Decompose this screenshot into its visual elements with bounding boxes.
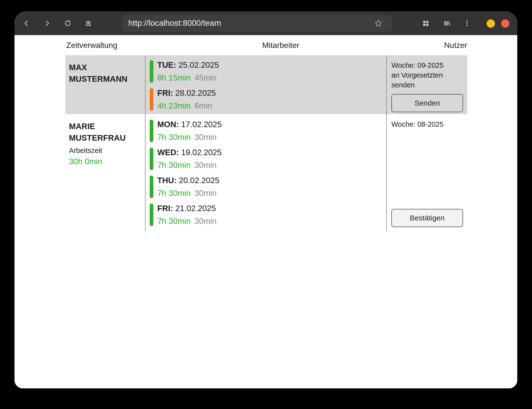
employee-name: MAX MUSTERMANN xyxy=(65,55,145,116)
new-tab-icon[interactable] xyxy=(84,19,92,27)
week-panel: Woche: 09-2025 an Vorgesetzten senden Se… xyxy=(386,55,467,116)
nav-item-nutzer[interactable]: Nutzer xyxy=(444,41,467,50)
back-icon[interactable] xyxy=(23,19,30,27)
status-bar-orange xyxy=(150,88,153,111)
bestaetigen-button[interactable]: Bestätigen xyxy=(391,209,463,227)
time-entries: TUE: 25.02.2025 8h 15min45min FRI: 28.02… xyxy=(145,55,386,116)
entry-date: 17.02.2025 xyxy=(181,120,222,129)
time-entry: TUE: 25.02.2025 8h 15min45min xyxy=(150,60,386,83)
entry-pause-time: 30min xyxy=(195,161,217,170)
nav-item-mitarbeiter[interactable]: Mitarbeiter xyxy=(262,41,299,50)
reload-icon[interactable] xyxy=(64,19,72,27)
time-entry: MON: 17.02.2025 7h 30min30min xyxy=(150,120,386,142)
screenshot-stage: http://localhost:8000/team xyxy=(0,0,532,409)
entry-worked-time: 7h 30min xyxy=(157,133,191,142)
worktime-label: Arbeitszeit xyxy=(69,146,142,155)
status-bar-green xyxy=(150,148,153,170)
entry-pause-time: 30min xyxy=(195,217,217,226)
entry-day-label: WED: xyxy=(157,148,179,157)
time-entry: THU: 20.02.2025 7h 30min30min xyxy=(150,176,386,198)
entry-worked-time: 7h 30min xyxy=(157,189,191,198)
employee-row-marie: MARIE MUSTERFRAU Arbeitszeit 30h 0min MO… xyxy=(65,114,467,230)
forward-icon[interactable] xyxy=(43,19,51,27)
entry-date: 28.02.2025 xyxy=(175,88,216,97)
week-label: Woche: 09-2025 xyxy=(391,60,463,70)
entry-pause-time: 30min xyxy=(195,189,217,198)
entry-day-label: MON: xyxy=(157,120,179,129)
entry-day-label: FRI: xyxy=(157,88,173,97)
entry-worked-time: 8h 15min xyxy=(157,73,191,82)
worktime-value: 30h 0min xyxy=(69,157,142,166)
browser-toolbar: http://localhost:8000/team xyxy=(14,11,517,35)
status-bar-green xyxy=(150,204,153,226)
team-board: MAX MUSTERMANN TUE: 25.02.2025 8h 15min4… xyxy=(65,55,467,230)
status-bar-green xyxy=(150,120,153,142)
week-note: an Vorgesetzten senden xyxy=(391,70,463,90)
entry-date: 25.02.2025 xyxy=(178,60,219,69)
entry-date: 20.02.2025 xyxy=(179,176,219,185)
entry-day-label: THU: xyxy=(157,176,177,185)
tab-grid-icon[interactable] xyxy=(422,19,430,27)
entry-worked-time: 7h 30min xyxy=(157,217,191,226)
entry-pause-time: 30min xyxy=(195,133,217,142)
time-entry: WED: 19.02.2025 7h 30min30min xyxy=(150,148,386,170)
url-text[interactable]: http://localhost:8000/team xyxy=(128,15,221,31)
library-icon[interactable] xyxy=(443,19,451,27)
week-label: Woche: 08-2025 xyxy=(391,119,463,129)
page-content: Zeitverwaltung Mitarbeiter Nutzer MAX MU… xyxy=(14,35,517,388)
menu-kebab-icon[interactable] xyxy=(463,19,471,27)
employee-row-max: MAX MUSTERMANN TUE: 25.02.2025 8h 15min4… xyxy=(65,55,467,114)
time-entry: FRI: 28.02.2025 4h 23min6min xyxy=(150,88,386,111)
entry-date: 19.02.2025 xyxy=(181,148,222,157)
entry-pause-time: 45min xyxy=(195,73,217,82)
window-control-yellow[interactable] xyxy=(487,19,495,28)
time-entry: FRI: 21.02.2025 7h 30min30min xyxy=(150,204,386,226)
employee-name: MARIE MUSTERFRAU xyxy=(69,121,142,144)
entry-day-label: FRI: xyxy=(157,204,173,213)
bookmark-star-icon[interactable] xyxy=(374,19,383,27)
week-panel: Woche: 08-2025 Bestätigen xyxy=(386,114,467,232)
senden-button[interactable]: Senden xyxy=(391,94,463,112)
browser-window: http://localhost:8000/team xyxy=(14,11,517,388)
status-bar-green xyxy=(150,60,153,83)
time-entries: MON: 17.02.2025 7h 30min30min WED: 19.02… xyxy=(145,114,386,232)
entry-worked-time: 4h 23min xyxy=(157,101,191,110)
nav-item-zeitverwaltung[interactable]: Zeitverwaltung xyxy=(66,41,117,50)
window-control-red[interactable] xyxy=(501,19,509,28)
status-bar-green xyxy=(150,176,153,198)
url-bar[interactable]: http://localhost:8000/team xyxy=(122,15,392,32)
entry-date: 21.02.2025 xyxy=(175,204,216,213)
entry-pause-time: 6min xyxy=(195,101,212,110)
entry-worked-time: 7h 30min xyxy=(157,161,191,170)
entry-day-label: TUE: xyxy=(157,60,176,69)
